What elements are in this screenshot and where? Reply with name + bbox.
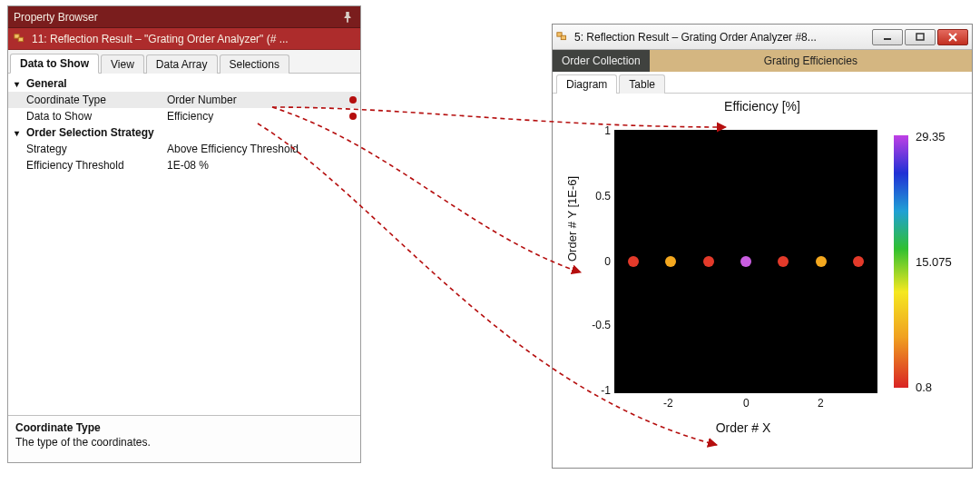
pin-icon[interactable] <box>340 10 355 25</box>
plot-area[interactable] <box>614 130 877 393</box>
maximize-button[interactable] <box>905 29 936 45</box>
chevron-down-icon: ▾ <box>12 128 21 138</box>
y-tick: -0.5 <box>585 319 611 331</box>
close-button[interactable] <box>937 29 968 45</box>
tab-selections[interactable]: Selections <box>220 54 289 74</box>
property-browser-pane: Property Browser 11: Reflection Result –… <box>7 5 361 463</box>
colorbar-max: 29.35 <box>916 130 946 143</box>
y-axis-label: Order # Y [1E-6] <box>565 176 579 262</box>
chevron-down-icon: ▾ <box>12 79 21 89</box>
help-text: The type of the coordinates. <box>15 436 353 449</box>
plot-point[interactable] <box>703 256 714 267</box>
property-browser-titlebar: Property Browser <box>8 6 360 28</box>
chart-window-titlebar[interactable]: 5: Reflection Result – Grating Order Ana… <box>553 25 972 50</box>
property-row-efficiency-threshold[interactable]: Efficiency Threshold 1E-08 % <box>8 157 360 173</box>
property-group-general[interactable]: ▾ General <box>8 75 360 92</box>
chart-window-title: 5: Reflection Result – Grating Order Ana… <box>574 31 867 44</box>
plot-point[interactable] <box>778 256 789 267</box>
window-icon <box>14 33 26 45</box>
chart-window: 5: Reflection Result – Grating Order Ana… <box>552 24 973 469</box>
y-tick: 0.5 <box>591 190 611 202</box>
y-tick: -1 <box>598 384 611 397</box>
property-browser-document-title: 11: Reflection Result – "Grating Order A… <box>32 33 289 45</box>
window-icon <box>556 31 569 44</box>
tab-diagram[interactable]: Diagram <box>556 74 617 94</box>
tab-view[interactable]: View <box>101 54 144 74</box>
property-browser-tabstrip: Data to Show View Data Array Selections <box>8 50 360 74</box>
y-tick: 1 <box>598 124 611 137</box>
minimize-button[interactable] <box>872 29 903 45</box>
property-row-data-to-show[interactable]: Data to Show Efficiency <box>8 108 360 124</box>
plot-point[interactable] <box>816 256 827 267</box>
marker-dot-icon <box>349 96 357 104</box>
tab-data-to-show[interactable]: Data to Show <box>10 54 99 74</box>
property-browser-title: Property Browser <box>14 11 98 24</box>
colorbar-mid: 15.075 <box>916 255 952 269</box>
property-group-order-selection-strategy[interactable]: ▾ Order Selection Strategy <box>8 124 360 141</box>
y-tick: 0 <box>598 255 611 268</box>
property-row-coordinate-type[interactable]: Coordinate Type Order Number <box>8 92 360 108</box>
x-tick: 0 <box>743 397 750 410</box>
marker-dot-icon <box>349 113 357 120</box>
plot-point[interactable] <box>665 256 676 267</box>
plot-title: Efficiency [%] <box>553 99 972 114</box>
chart-body: Efficiency [%] Order # Y [1E-6] -1 -0.5 … <box>553 94 972 468</box>
property-grid: ▾ General Coordinate Type Order Number D… <box>8 74 360 415</box>
x-tick: 2 <box>818 397 824 410</box>
x-axis-label: Order # X <box>553 420 934 435</box>
chart-secondary-tabs: Diagram Table <box>553 72 972 94</box>
plot-point[interactable] <box>628 256 639 267</box>
plot-point[interactable] <box>740 256 751 267</box>
property-browser-document-bar[interactable]: 11: Reflection Result – "Grating Order A… <box>8 28 360 50</box>
svg-rect-3 <box>561 35 565 39</box>
tab-grating-efficiencies[interactable]: Grating Efficiencies <box>650 50 972 72</box>
x-tick: -2 <box>663 397 673 410</box>
chart-primary-tabs: Order Collection Grating Efficiencies <box>553 50 972 72</box>
colorbar <box>894 135 908 388</box>
svg-rect-1 <box>18 37 23 41</box>
property-row-strategy[interactable]: Strategy Above Efficiency Threshold <box>8 141 360 157</box>
colorbar-min: 0.8 <box>916 380 932 394</box>
plot-point[interactable] <box>853 256 864 267</box>
help-title: Coordinate Type <box>15 421 353 434</box>
tab-data-array[interactable]: Data Array <box>146 54 218 74</box>
svg-rect-5 <box>916 34 924 40</box>
property-help-panel: Coordinate Type The type of the coordina… <box>8 415 360 462</box>
tab-order-collection[interactable]: Order Collection <box>553 50 650 72</box>
tab-table[interactable]: Table <box>619 74 665 94</box>
